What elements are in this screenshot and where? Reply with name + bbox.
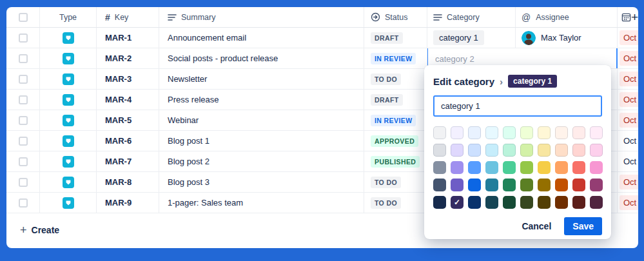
color-swatch[interactable] — [451, 161, 463, 174]
column-header-type[interactable]: Type — [40, 7, 97, 27]
color-swatch[interactable] — [538, 196, 551, 209]
color-swatch[interactable] — [520, 144, 533, 157]
due-date-cell[interactable]: Oct 10, — [618, 110, 638, 130]
due-date-cell[interactable]: Oct 10, — [618, 193, 638, 213]
color-swatch[interactable] — [590, 196, 603, 209]
type-cell[interactable] — [40, 172, 97, 192]
status-cell[interactable]: DRAFT — [364, 28, 427, 48]
row-checkbox[interactable] — [6, 28, 40, 48]
color-swatch[interactable] — [503, 196, 516, 209]
column-header-assignee[interactable]: @Assignee — [516, 7, 618, 27]
row-checkbox[interactable] — [6, 131, 40, 151]
color-swatch[interactable] — [538, 144, 551, 157]
column-header-status[interactable]: Status — [364, 7, 427, 27]
add-column-icon[interactable]: + — [631, 11, 638, 23]
due-date-cell[interactable]: Oct 28, — [618, 69, 638, 89]
color-swatch[interactable] — [451, 179, 463, 191]
due-date-cell[interactable]: Oct 6, 2 — [618, 28, 638, 48]
color-swatch[interactable] — [433, 126, 446, 139]
color-swatch[interactable] — [468, 161, 481, 174]
category-tag[interactable]: category 1 — [433, 30, 484, 45]
summary-cell[interactable]: Blog post 3 — [159, 172, 364, 192]
type-cell[interactable] — [40, 48, 97, 68]
type-cell[interactable] — [40, 193, 97, 213]
key-cell[interactable]: MAR-4 — [97, 90, 159, 110]
type-cell[interactable] — [40, 151, 97, 171]
category-cell[interactable]: category 1 — [427, 28, 516, 48]
assignee-cell[interactable]: Max Taylor — [516, 28, 618, 48]
summary-cell[interactable]: 1-pager: Sales team — [159, 193, 364, 213]
status-cell[interactable]: IN REVIEW — [364, 48, 427, 68]
key-cell[interactable]: MAR-5 — [97, 110, 159, 130]
color-swatch[interactable] — [520, 179, 533, 191]
due-date-cell[interactable]: Oct 14, — [618, 172, 638, 192]
due-date-cell[interactable]: Oct 15, — [618, 48, 638, 68]
color-swatch[interactable] — [433, 144, 446, 157]
color-swatch[interactable] — [503, 179, 516, 191]
due-date-cell[interactable]: Oct 25, — [618, 131, 638, 151]
color-swatch[interactable] — [485, 126, 498, 139]
key-cell[interactable]: MAR-7 — [97, 151, 159, 171]
row-checkbox[interactable] — [6, 151, 40, 171]
summary-cell[interactable]: Webinar — [159, 110, 364, 130]
color-swatch[interactable] — [485, 179, 498, 191]
color-swatch[interactable] — [538, 161, 551, 174]
color-swatch[interactable] — [590, 161, 603, 174]
color-swatch[interactable] — [503, 161, 516, 174]
due-date-cell[interactable]: Oct 3, 2 — [618, 90, 638, 110]
column-header-key[interactable]: #Key — [97, 7, 159, 27]
summary-cell[interactable]: Newsletter — [159, 69, 364, 89]
row-checkbox[interactable] — [6, 90, 40, 110]
key-cell[interactable]: MAR-6 — [97, 131, 159, 151]
color-swatch[interactable] — [572, 144, 585, 157]
color-swatch[interactable] — [572, 161, 585, 174]
status-cell[interactable]: IN REVIEW — [364, 110, 427, 130]
key-cell[interactable]: MAR-2 — [97, 48, 159, 68]
color-swatch[interactable] — [538, 126, 551, 139]
type-cell[interactable] — [40, 69, 97, 89]
color-swatch[interactable] — [503, 144, 516, 157]
color-swatch[interactable] — [538, 179, 551, 191]
color-swatch[interactable] — [485, 196, 498, 209]
row-checkbox[interactable] — [6, 48, 40, 68]
column-header-summary[interactable]: Summary — [159, 7, 364, 27]
type-cell[interactable] — [40, 131, 97, 151]
color-swatch[interactable] — [485, 144, 498, 157]
summary-cell[interactable]: Blog post 2 — [159, 151, 364, 171]
save-button[interactable]: Save — [564, 217, 602, 235]
key-cell[interactable]: MAR-3 — [97, 69, 159, 89]
color-swatch[interactable] — [555, 126, 568, 139]
color-swatch[interactable] — [433, 196, 446, 209]
status-cell[interactable]: TO DO — [364, 69, 427, 89]
row-checkbox[interactable] — [6, 69, 40, 89]
status-cell[interactable]: TO DO — [364, 193, 427, 213]
status-cell[interactable]: APPROVED — [364, 131, 427, 151]
color-swatch[interactable] — [485, 161, 498, 174]
color-swatch[interactable] — [433, 161, 446, 174]
color-swatch[interactable] — [555, 161, 568, 174]
color-swatch[interactable] — [520, 196, 533, 209]
summary-cell[interactable]: Announcement email — [159, 28, 364, 48]
color-swatch[interactable] — [555, 144, 568, 157]
key-cell[interactable]: MAR-9 — [97, 193, 159, 213]
color-swatch[interactable] — [433, 179, 446, 191]
type-cell[interactable] — [40, 90, 97, 110]
type-cell[interactable] — [40, 28, 97, 48]
color-swatch[interactable] — [555, 179, 568, 191]
key-cell[interactable]: MAR-1 — [97, 28, 159, 48]
color-swatch-selected[interactable]: ✓ — [451, 196, 463, 209]
calendar-icon[interactable] — [621, 12, 631, 22]
row-checkbox[interactable] — [6, 172, 40, 192]
row-checkbox[interactable] — [6, 193, 40, 213]
color-swatch[interactable] — [520, 126, 533, 139]
category-name-input[interactable] — [433, 95, 602, 117]
cancel-button[interactable]: Cancel — [522, 221, 551, 231]
color-swatch[interactable] — [572, 126, 585, 139]
row-checkbox[interactable] — [6, 110, 40, 130]
status-cell[interactable]: PUBLISHED — [364, 151, 427, 171]
color-swatch[interactable] — [451, 126, 463, 139]
color-swatch[interactable] — [468, 144, 481, 157]
status-cell[interactable]: TO DO — [364, 172, 427, 192]
color-swatch[interactable] — [468, 126, 481, 139]
type-cell[interactable] — [40, 110, 97, 130]
